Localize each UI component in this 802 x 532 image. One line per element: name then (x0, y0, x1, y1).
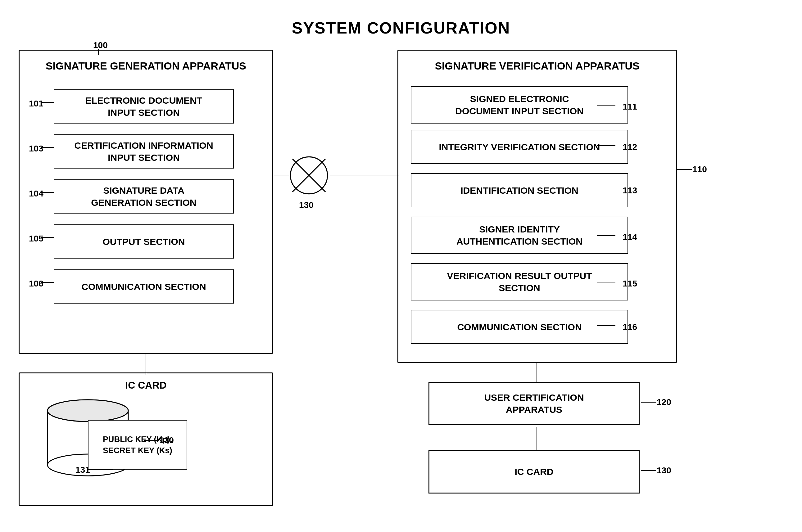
ref-116: 116 (622, 322, 637, 332)
identification-section: IDENTIFICATION SECTION (411, 173, 628, 207)
ref-114: 114 (622, 232, 637, 242)
ref-131-line (88, 470, 113, 470)
ref-120-label: 120 (657, 397, 671, 407)
ref-116-line (597, 325, 615, 326)
svg-point-7 (48, 400, 128, 421)
ref-111-line (597, 105, 615, 106)
output-section: OUTPUT SECTION (54, 224, 234, 259)
ref-101: 101 (29, 99, 43, 109)
ref-113-line (597, 189, 615, 189)
ref-112: 112 (622, 142, 637, 152)
line-left-app-to-ic (146, 354, 146, 375)
ref-104: 104 (29, 189, 43, 198)
ref-112-line (597, 145, 615, 146)
ref-114-line (597, 235, 615, 236)
ref-104-line (41, 192, 54, 193)
sig-gen-apparatus-label: SIGNATURE GENERATION APPARATUS (45, 60, 246, 72)
ref-106-line (41, 282, 54, 283)
ic-card-left-label: IC CARD (125, 380, 166, 391)
signature-generation-apparatus: SIGNATURE GENERATION APPARATUS 101 ELECT… (19, 50, 273, 354)
ic-card-right: IC CARD (428, 450, 640, 494)
line-left-to-network (273, 175, 290, 175)
ref-110-label: 110 (692, 165, 707, 174)
communication-section-left: COMMUNICATION SECTION (54, 269, 234, 304)
ref-115: 115 (622, 279, 637, 289)
electronic-document-input-section: ELECTRONIC DOCUMENTINPUT SECTION (54, 89, 234, 124)
sig-ver-apparatus-label: SIGNATURE VERIFICATION APPARATUS (435, 60, 639, 72)
ref-115-line (597, 282, 615, 282)
ref-120-line (641, 402, 656, 403)
user-cert-label: USER CERTIFICATIONAPPARATUS (484, 392, 584, 416)
integrity-verification-section: INTEGRITY VERIFICATION SECTION (411, 130, 628, 164)
certification-information-input-section: CERTIFICATION INFORMATIONINPUT SECTION (54, 134, 234, 169)
ref-130-left-label: 130 (159, 435, 174, 445)
user-certification-apparatus: USER CERTIFICATIONAPPARATUS (428, 382, 640, 425)
ref-101-line (41, 102, 54, 103)
line-network-to-right (330, 175, 399, 175)
communication-section-right: COMMUNICATION SECTION (411, 310, 628, 344)
ref-111: 111 (622, 102, 637, 112)
network-ref-label: 130 (299, 200, 314, 210)
ref-103-line (41, 147, 54, 148)
ref-130-right-label: 130 (657, 466, 671, 476)
ref-100-label: 100 (93, 40, 108, 50)
signer-identity-authentication-section: SIGNER IDENTITYAUTHENTICATION SECTION (411, 217, 628, 254)
network-symbol (289, 155, 329, 195)
ic-card-left: IC CARD 131 PUBLIC KEY (Kp),SECRET KEY (… (19, 373, 273, 506)
ref-130-left-line (144, 440, 158, 441)
line-right-app-to-user-cert (537, 363, 537, 384)
ic-card-right-label: IC CARD (515, 467, 554, 477)
ref-103: 103 (29, 144, 43, 154)
signature-data-generation-section: SIGNATURE DATAGENERATION SECTION (54, 179, 234, 213)
ref-110-line (677, 169, 692, 170)
signed-electronic-document-input-section: SIGNED ELECTRONICDOCUMENT INPUT SECTION (411, 86, 628, 124)
ref-130-right-line (641, 470, 656, 471)
page-title: SYSTEM CONFIGURATION (0, 0, 802, 37)
verification-result-output-section: VERIFICATION RESULT OUTPUTSECTION (411, 263, 628, 301)
ref-105: 105 (29, 234, 43, 244)
signature-verification-apparatus: SIGNATURE VERIFICATION APPARATUS SIGNED … (397, 50, 677, 363)
line-user-cert-to-ic-right (537, 427, 537, 451)
ref-113: 113 (622, 186, 637, 195)
ref-105-line (41, 237, 54, 238)
ref-106: 106 (29, 279, 43, 289)
